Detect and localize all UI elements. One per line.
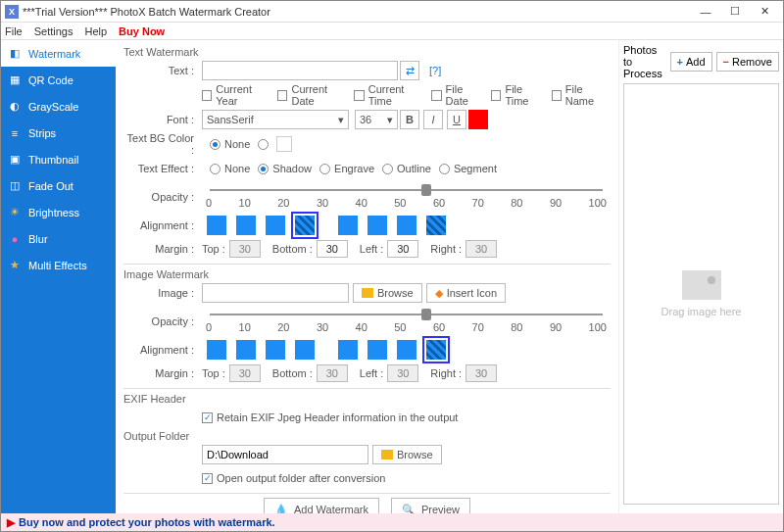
sidebar-item-blur[interactable]: ●Blur <box>1 225 116 252</box>
slider-ticks: 0102030405060708090100 <box>206 321 607 333</box>
watermark-icon: ◧ <box>9 48 21 60</box>
checkbox-current-date[interactable] <box>277 90 287 101</box>
radio-eff-shadow[interactable] <box>258 164 269 174</box>
margin-top-label: Top : <box>202 367 225 379</box>
radio-eff-outline[interactable] <box>382 164 393 174</box>
output-browse-button[interactable]: Browse <box>372 445 442 464</box>
font-label: Font : <box>123 114 194 125</box>
margin-right-input[interactable] <box>466 240 497 258</box>
align-bc[interactable] <box>397 216 416 235</box>
checkbox-file-date[interactable] <box>431 90 441 101</box>
image-browse-button[interactable]: Browse <box>353 283 422 303</box>
align-bl[interactable] <box>368 340 387 360</box>
align-tr[interactable] <box>266 216 285 235</box>
sidebar-item-qrcode[interactable]: ▦QR Code <box>1 67 116 93</box>
radio-eff-segment[interactable] <box>439 164 450 174</box>
align-tc[interactable] <box>236 216 256 235</box>
align-mr[interactable] <box>338 340 358 360</box>
help-link[interactable]: [?] <box>429 65 441 76</box>
margin-right-input[interactable] <box>466 364 497 382</box>
insert-icon-button[interactable]: ◆Insert Icon <box>426 283 506 303</box>
checkbox-current-time[interactable] <box>354 90 364 101</box>
align-br[interactable] <box>426 340 446 360</box>
insert-label: Insert Icon <box>447 287 497 299</box>
menu-help[interactable]: Help <box>84 25 107 37</box>
align-bl[interactable] <box>368 216 387 235</box>
align-mr[interactable] <box>338 216 358 235</box>
checkbox-retain-exif[interactable] <box>202 412 213 423</box>
star-icon: ★ <box>9 260 21 271</box>
sidebar-item-grayscale[interactable]: ◐GrayScale <box>1 93 116 120</box>
bg-color-swatch[interactable] <box>276 136 292 152</box>
align-br[interactable] <box>426 216 446 235</box>
bg-color-label: Text BG Color : <box>123 132 194 156</box>
margin-bottom-input[interactable] <box>317 240 348 258</box>
minimize-button[interactable]: — <box>691 2 720 22</box>
sidebar-item-thumbnail[interactable]: ▣Thumbnail <box>1 146 116 172</box>
checkbox-file-time[interactable] <box>491 90 501 101</box>
align-tr[interactable] <box>266 340 285 360</box>
align-tc[interactable] <box>236 340 256 360</box>
opt-label: Current Date <box>291 83 348 107</box>
menu-file[interactable]: File <box>5 25 23 37</box>
sidebar-item-brightness[interactable]: ☀Brightness <box>1 199 116 225</box>
radio-eff-engrave[interactable] <box>319 164 330 174</box>
btn-label: Add Watermark <box>294 504 368 513</box>
add-watermark-button[interactable]: 💧Add Watermark <box>264 498 379 513</box>
preview-button[interactable]: 🔍Preview <box>391 498 470 513</box>
section-image-watermark: Image Watermark <box>123 268 611 280</box>
radio-eff-none[interactable] <box>210 164 220 174</box>
footer-message: Buy now and protect your photos with wat… <box>19 516 275 528</box>
drop-zone[interactable]: Drag image here <box>623 83 779 505</box>
font-size-select[interactable]: 36▾ <box>355 110 398 129</box>
margin-label: Margin : <box>123 243 194 255</box>
align-tl[interactable] <box>207 216 226 235</box>
radio-bg-color[interactable] <box>258 139 269 150</box>
text-opacity-slider[interactable]: 0102030405060708090100 <box>202 181 611 213</box>
chevron-down-icon: ▾ <box>338 114 344 126</box>
align-tl[interactable] <box>207 340 226 360</box>
sidebar-item-label: GrayScale <box>28 101 78 113</box>
sidebar-item-strips[interactable]: ≡Strips <box>1 120 116 146</box>
sidebar: ◧Watermark ▦QR Code ◐GrayScale ≡Strips ▣… <box>1 40 116 513</box>
text-input[interactable] <box>202 61 398 80</box>
menu-settings[interactable]: Settings <box>34 25 74 37</box>
align-ml[interactable] <box>295 216 315 235</box>
radio-bg-none[interactable] <box>210 139 220 150</box>
margin-top-input[interactable] <box>229 240 261 258</box>
underline-button[interactable]: U <box>447 110 466 129</box>
footer-bar[interactable]: ▶ Buy now and protect your photos with w… <box>1 513 783 531</box>
checkbox-current-year[interactable] <box>202 90 212 101</box>
folder-icon <box>362 288 373 298</box>
bold-button[interactable]: B <box>400 110 419 129</box>
align-ml[interactable] <box>295 340 315 360</box>
sidebar-item-fadeout[interactable]: ◫Fade Out <box>1 172 116 199</box>
margin-bottom-input[interactable] <box>317 364 348 382</box>
font-select[interactable]: SansSerif▾ <box>202 110 349 129</box>
text-color-swatch[interactable] <box>468 110 488 129</box>
margin-left-input[interactable] <box>387 364 418 382</box>
remove-photo-button[interactable]: −Remove <box>716 52 779 72</box>
close-button[interactable]: ✕ <box>750 2 779 22</box>
margin-right-label: Right : <box>430 367 462 379</box>
italic-button[interactable]: I <box>423 110 443 129</box>
image-opacity-slider[interactable]: 0102030405060708090100 <box>202 306 611 337</box>
checkbox-open-output[interactable] <box>202 473 213 484</box>
margin-top-input[interactable] <box>229 364 261 382</box>
output-folder-input[interactable] <box>202 445 368 464</box>
add-photo-button[interactable]: +Add <box>670 52 712 72</box>
sidebar-item-label: Fade Out <box>28 180 74 192</box>
checkbox-file-name[interactable] <box>552 90 562 101</box>
sidebar-item-watermark[interactable]: ◧Watermark <box>1 40 116 67</box>
margin-left-label: Left : <box>360 243 383 255</box>
sidebar-item-multieffects[interactable]: ★Multi Effects <box>1 252 116 278</box>
align-bc[interactable] <box>397 340 416 360</box>
menu-buy-now[interactable]: Buy Now <box>119 25 165 37</box>
margin-left-input[interactable] <box>387 240 418 258</box>
image-path-input[interactable] <box>202 283 349 303</box>
opacity-label: Opacity : <box>123 191 194 203</box>
image-placeholder-icon <box>682 270 721 300</box>
insert-var-button[interactable]: ⇄ <box>400 61 419 80</box>
sidebar-item-label: Watermark <box>28 48 80 60</box>
maximize-button[interactable]: ☐ <box>720 2 750 22</box>
